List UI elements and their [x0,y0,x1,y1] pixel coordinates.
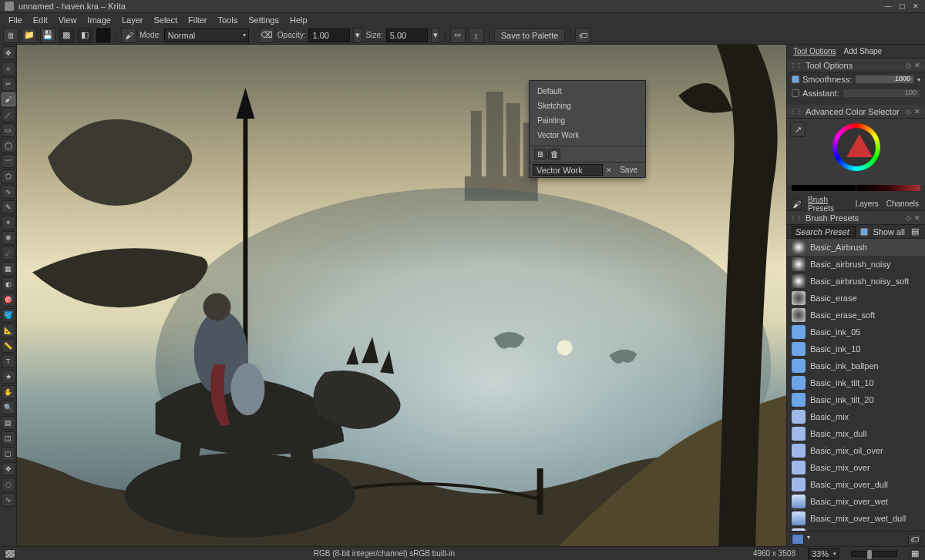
preset-item[interactable]: Basic_mix_oil_over [787,442,925,459]
brush-preset-chooser[interactable]: 🖌 [121,28,136,43]
workspace-new-icon[interactable]: 🗎 [534,149,547,159]
color-picker-tool[interactable]: 🎯 [2,293,15,307]
grid-tool[interactable]: ▤ [2,416,15,430]
color-wheel[interactable] [832,123,880,171]
preset-item[interactable]: Basic_mix [787,408,925,425]
preset-search-input[interactable]: Search Preset [792,226,856,237]
ellipse-tool[interactable]: ◯ [2,139,15,153]
workspace-item-painting[interactable]: Painting [530,113,645,128]
menu-view[interactable]: View [53,15,82,25]
show-all-check[interactable] [860,228,868,236]
pattern-swatch[interactable]: ▩ [59,28,74,43]
preset-item[interactable]: Basic_ink_tilt_20 [787,391,925,408]
workspace-chooser[interactable]: 🏷 [575,28,590,43]
save-file-button[interactable]: 💾 [40,28,56,43]
smoothness-menu-button[interactable]: ▾ [917,76,920,83]
menu-layer[interactable]: Layer [116,15,149,25]
canvas-area[interactable]: DefaultSketchingPaintingVector Work 🗎 🗑 … [17,45,786,546]
preset-item[interactable]: Basic_ink_tilt_10 [787,374,925,391]
close-icon[interactable]: ✕ [913,62,922,69]
deform-tool[interactable]: ☄ [2,246,15,260]
preset-item[interactable]: Basic_airbrush_noisy [787,256,925,273]
open-file-button[interactable]: 📁 [22,28,37,43]
blend-mode-combo[interactable]: Normal [164,29,249,42]
preset-item[interactable]: Basic_Airbrush [787,239,925,256]
opacity-menu-button[interactable]: ▾ [353,28,362,43]
brush-icon[interactable]: 🖌 [792,199,802,210]
preset-item[interactable]: Basic_mix_over [787,459,925,476]
preset-item[interactable]: Basic_ink_05 [787,324,925,340]
smoothness-check[interactable] [792,75,799,83]
save-to-palette-button[interactable]: Save to Palette [494,29,566,42]
size-spin[interactable]: 5.00 [386,29,428,42]
smoothness-slider[interactable]: 1000 [855,75,914,84]
menu-tools[interactable]: Tools [213,15,244,25]
preset-item[interactable]: Basic_erase_soft [787,307,925,324]
fg-color-swatch[interactable] [96,28,111,43]
pan-tool[interactable]: ✋ [2,385,15,399]
contig-select-tool[interactable]: ✥ [2,462,15,476]
mirror-v-button[interactable]: ↕ [469,28,484,43]
similar-select-tool[interactable]: ◌ [2,478,15,491]
perspective-tool[interactable]: ◫ [2,431,15,445]
preset-item[interactable]: Basic_mix_over_wet [787,493,925,510]
close-icon[interactable]: ✕ [913,108,922,116]
new-file-button[interactable]: 🗎 [3,28,18,43]
selection-indicator[interactable] [5,549,15,558]
rect-select-tool[interactable]: ▢ [2,447,15,461]
menu-file[interactable]: File [3,15,28,25]
crop-tool[interactable]: ✂ [2,77,15,91]
ref-tool[interactable]: ★ [2,370,15,384]
preset-options-button[interactable]: 🏷 [908,534,920,545]
preset-item[interactable]: Basic_mix_dull [787,425,925,442]
assistant-tool[interactable]: 📐 [2,324,15,337]
menu-help[interactable]: Help [284,15,313,25]
float-icon[interactable]: ◇ [904,62,913,69]
close-icon[interactable]: ✕ [913,214,922,222]
transform-tool[interactable]: ⟐ [2,62,15,75]
path-select-tool[interactable]: ∿ [2,493,15,507]
move-tool[interactable]: ✥ [2,46,15,60]
dyna-tool[interactable]: ✴ [2,216,15,230]
workspace-item-default[interactable]: Default [530,84,645,99]
color-selector-config-icon[interactable]: ↗ [790,122,806,137]
polyline-tool[interactable]: 〰 [2,154,15,168]
color-history[interactable] [787,185,925,194]
workspace-name-input[interactable]: Vector Work [533,164,603,176]
size-menu-button[interactable]: ▾ [431,28,440,43]
workspace-item-sketching[interactable]: Sketching [530,99,645,113]
menu-settings[interactable]: Settings [243,15,284,25]
preset-item[interactable]: Basic_ink_ballpen [787,357,925,374]
freehand-select-tool[interactable]: ✎ [2,200,15,214]
assistant-check[interactable] [792,89,799,97]
zoom-slider[interactable] [851,551,897,557]
view-mode-icon[interactable]: ▤ [910,226,920,237]
float-icon[interactable]: ◇ [904,108,913,116]
fill-tool[interactable]: 🪣 [2,308,15,322]
minimize-button[interactable]: — [883,2,893,11]
zoom-tool[interactable]: 🔍 [2,401,15,414]
workspace-delete-icon[interactable]: 🗑 [548,149,560,159]
pattern-edit-tool[interactable]: ▦ [2,262,15,276]
menu-select[interactable]: Select [148,15,183,25]
preset-item[interactable]: Basic_mix_over_wet_dull [787,510,925,527]
rect-tool[interactable]: ▭ [2,123,15,137]
gradient-tool[interactable]: ◐ [2,277,15,291]
tab-add-shape[interactable]: Add Shape [843,45,884,57]
line-tool[interactable]: ／ [2,108,15,122]
tag-filter-button[interactable] [792,534,804,545]
tab-channels[interactable]: Channels [885,198,920,210]
tab-tool-options[interactable]: Tool Options [792,45,838,57]
mirror-h-button[interactable]: ⇿ [450,28,466,43]
menu-image[interactable]: Image [82,15,116,25]
menu-edit[interactable]: Edit [28,15,53,25]
preset-item[interactable]: Basic_ink_10 [787,340,925,357]
workspace-name-clear[interactable]: ✕ [606,166,612,174]
preset-item[interactable]: Basic_erase [787,290,925,307]
bezier-tool[interactable]: ∿ [2,185,15,199]
eraser-toggle[interactable]: ⌫ [259,28,274,43]
tab-layers[interactable]: Layers [854,198,880,210]
brush-preset-list[interactable]: Basic_AirbrushBasic_airbrush_noisyBasic_… [787,239,925,531]
workspace-save-button[interactable]: Save [615,166,642,174]
menu-filter[interactable]: Filter [183,15,212,25]
